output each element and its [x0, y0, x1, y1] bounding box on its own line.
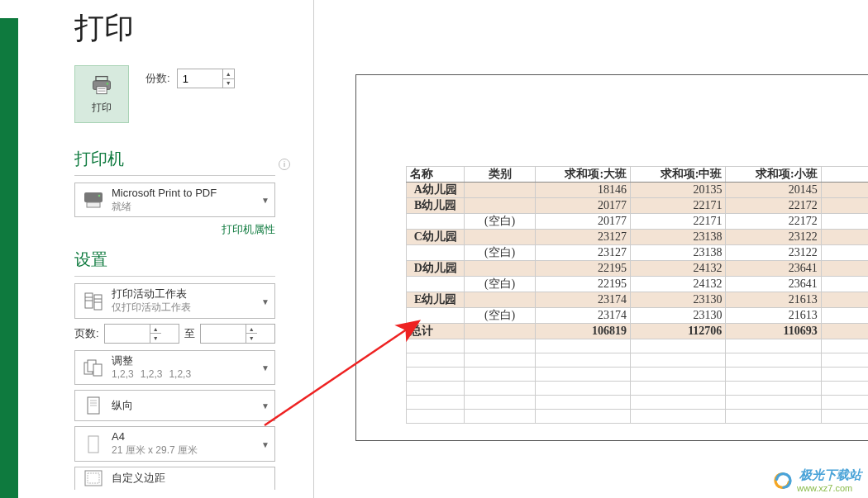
margins-icon [82, 467, 105, 490]
table-total-row: 总计106819112706110693 [407, 324, 869, 339]
backstage-sidebar: ◂ [0, 0, 18, 498]
collate-dropdown[interactable]: 调整 1,2,31,2,31,2,3 ▼ [74, 350, 275, 385]
watermark-text1: 极光下载站 [799, 467, 861, 483]
printer-section-title: 打印机 [74, 148, 124, 170]
table-row: E幼儿园231742313021613 [407, 292, 869, 308]
table-empty-row [407, 382, 869, 396]
copies-label: 份数: [145, 71, 170, 86]
pivot-table: 名称类别求和项:大班求和项:中班求和项:小班求和项 A幼儿园1814620135… [406, 166, 868, 424]
table-header: 求和项 [821, 167, 868, 183]
print-what-sub: 仅打印活动工作表 [112, 301, 268, 315]
chevron-down-icon: ▼ [261, 196, 269, 205]
svg-point-5 [107, 83, 109, 85]
table-header: 求和项:中班 [631, 167, 726, 183]
pages-to-spinner[interactable]: ▲▼ [200, 324, 275, 344]
info-icon[interactable]: i [279, 159, 290, 170]
pages-from-spinner[interactable]: ▲▼ [104, 324, 179, 344]
print-what-main: 打印活动工作表 [112, 287, 268, 301]
copies-spinner[interactable]: ▲ ▼ [177, 69, 235, 88]
printer-icon [89, 74, 114, 97]
sheets-icon [82, 290, 105, 313]
table-row: C幼儿园231272313823122 [407, 230, 869, 245]
page-title: 打印 [74, 8, 313, 49]
svg-rect-17 [93, 364, 102, 376]
printer-device-icon [82, 188, 105, 211]
table-row: (空白)201772217122172 [407, 214, 869, 230]
printer-dropdown[interactable]: Microsoft Print to PDF 就绪 ▼ [74, 183, 275, 217]
copies-up[interactable]: ▲ [223, 69, 234, 79]
collate-sub: 1,2,31,2,31,2,3 [112, 368, 268, 382]
chevron-down-icon: ▼ [261, 363, 269, 372]
divider [74, 276, 275, 277]
spin-down[interactable]: ▼ [246, 334, 257, 343]
watermark-logo-icon [771, 472, 794, 489]
print-preview-area: 名称类别求和项:大班求和项:中班求和项:小班求和项 A幼儿园1814620135… [314, 0, 868, 498]
chevron-down-icon: ▼ [261, 439, 269, 448]
table-row: (空白)231742313021613 [407, 308, 869, 324]
portrait-icon [82, 394, 105, 417]
paper-main: A4 [112, 430, 268, 444]
table-header: 名称 [407, 167, 465, 183]
print-settings-panel: 打印 打印 份数: ▲ ▼ 打印机 i [18, 0, 314, 498]
chevron-down-icon: ▼ [261, 401, 269, 410]
orientation-dropdown[interactable]: 纵向 ▼ [74, 390, 275, 421]
table-empty-row [407, 368, 869, 382]
divider [74, 175, 275, 176]
watermark-text2: www.xz7.com [797, 483, 861, 493]
table-header: 类别 [465, 167, 535, 183]
margins-dropdown[interactable]: 自定义边距 [74, 467, 275, 490]
spin-up[interactable]: ▲ [150, 325, 161, 334]
pages-from-input[interactable] [105, 325, 150, 343]
paper-sub: 21 厘米 x 29.7 厘米 [112, 444, 268, 458]
chevron-down-icon: ▼ [261, 296, 269, 306]
table-empty-row [407, 396, 869, 410]
table-empty-row [407, 353, 869, 368]
paper-dropdown[interactable]: A4 21 厘米 x 29.7 厘米 ▼ [74, 426, 275, 461]
pages-label: 页数: [74, 326, 99, 341]
print-button-label: 打印 [92, 101, 112, 115]
pages-to-label: 至 [184, 326, 195, 341]
collate-icon [82, 356, 105, 379]
table-row: A幼儿园181462013520145 [407, 183, 869, 198]
pages-to-input[interactable] [201, 325, 246, 343]
copies-down[interactable]: ▼ [223, 79, 234, 88]
svg-point-8 [98, 195, 101, 197]
copies-input[interactable] [178, 69, 222, 88]
printer-properties-link[interactable]: 打印机属性 [222, 223, 275, 235]
print-what-dropdown[interactable]: 打印活动工作表 仅打印活动工作表 ▼ [74, 283, 275, 318]
svg-rect-22 [88, 436, 98, 453]
spin-up[interactable]: ▲ [246, 325, 257, 334]
svg-rect-7 [87, 202, 100, 207]
svg-rect-6 [84, 192, 103, 202]
svg-rect-0 [96, 76, 107, 80]
printer-name: Microsoft Print to PDF [112, 187, 268, 201]
settings-section-title: 设置 [74, 249, 107, 271]
table-row: (空白)231272313823122 [407, 245, 869, 261]
table-empty-row [407, 410, 869, 424]
spin-down[interactable]: ▼ [150, 334, 161, 343]
table-row: B幼儿园201772217122172 [407, 198, 869, 214]
table-empty-row [407, 339, 869, 353]
table-row: (空白)221952413223641 [407, 277, 869, 292]
table-header: 求和项:大班 [535, 167, 630, 183]
print-button[interactable]: 打印 [74, 65, 129, 123]
page-icon [82, 433, 105, 456]
printer-status: 就绪 [112, 201, 268, 214]
table-row: D幼儿园221952413223641 [407, 261, 869, 277]
watermark: 极光下载站 www.xz7.com [771, 467, 861, 493]
table-header: 求和项:小班 [726, 167, 821, 183]
margins-main: 自定义边距 [112, 472, 268, 486]
collate-main: 调整 [112, 354, 268, 368]
preview-page: 名称类别求和项:大班求和项:中班求和项:小班求和项 A幼儿园1814620135… [355, 74, 868, 441]
svg-rect-2 [97, 86, 107, 93]
orientation-main: 纵向 [112, 399, 268, 413]
